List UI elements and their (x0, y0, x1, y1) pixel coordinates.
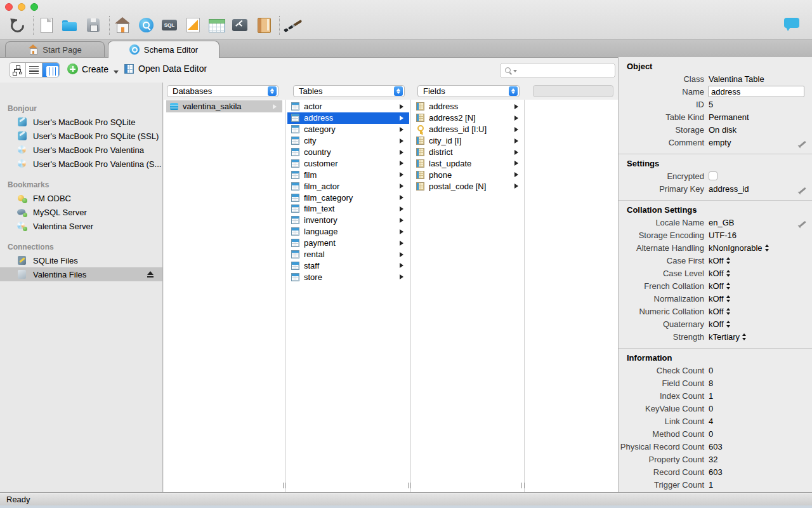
undo-icon[interactable] (9, 17, 25, 34)
stepper-icon[interactable] (726, 321, 731, 328)
stepper-icon[interactable] (726, 295, 731, 302)
sidebar-item[interactable]: User's MacBook Pro Valentina (S... (0, 157, 162, 171)
brush-icon[interactable] (284, 17, 301, 34)
save-icon[interactable] (85, 17, 102, 34)
column-divider[interactable] (524, 100, 525, 492)
new-document-icon[interactable] (38, 17, 55, 34)
search-field[interactable] (500, 63, 615, 78)
field-row[interactable]: postal_code [N] (412, 180, 524, 192)
column-resize-grip[interactable] (408, 483, 411, 488)
sql-icon[interactable] (161, 17, 178, 34)
table-row[interactable]: country (287, 147, 409, 158)
property-label: Comment (619, 138, 704, 147)
property-row: Check Count0 (619, 364, 812, 377)
sidebar-item[interactable]: SQLite Files (0, 253, 162, 267)
zoom-button[interactable] (30, 3, 38, 11)
home-icon[interactable] (114, 17, 131, 34)
view-mode-list-button[interactable] (26, 63, 43, 77)
stepper-icon[interactable] (726, 257, 731, 264)
column-divider[interactable] (285, 100, 286, 492)
tables-dropdown[interactable]: Tables (293, 85, 405, 97)
separator-icon[interactable] (109, 16, 110, 35)
column-resize-grip[interactable] (521, 483, 525, 488)
field-row[interactable]: city_id [I] (412, 135, 524, 147)
column-divider[interactable] (410, 100, 411, 492)
property-value: 603 (709, 467, 723, 477)
stepper-icon[interactable] (726, 308, 731, 315)
table-row[interactable]: film (287, 169, 409, 180)
field-row[interactable]: address2 [N] (412, 112, 524, 124)
editor-toolbar: Create Open Data Editor (0, 57, 618, 83)
sidebar-item-label: Valentina Server (33, 222, 93, 231)
table-row[interactable]: actor (287, 101, 409, 112)
view-mode-tree-button[interactable] (10, 63, 26, 77)
stepper-icon[interactable] (726, 283, 731, 290)
sidebar-item[interactable]: User's MacBook Pro SQLite (SSL) (0, 129, 162, 143)
minimize-button[interactable] (18, 3, 25, 11)
stepper-icon[interactable] (765, 244, 769, 251)
sidebar-item[interactable]: User's MacBook Pro Valentina (0, 143, 162, 157)
table-row[interactable]: staff (287, 260, 409, 271)
encrypted-checkbox[interactable] (709, 171, 717, 180)
open-data-editor-button[interactable]: Open Data Editor (124, 64, 207, 74)
table-row[interactable]: inventory (287, 215, 409, 226)
edit-pencil-icon[interactable] (798, 219, 807, 228)
field-row[interactable]: district (412, 147, 524, 158)
table-row[interactable]: film_actor (287, 180, 409, 192)
diagram-icon[interactable] (185, 17, 201, 34)
monitor-icon[interactable] (232, 17, 248, 34)
table-name: staff (304, 261, 319, 271)
stepper-icon (509, 86, 518, 96)
chevron-right-icon (400, 172, 403, 177)
edit-pencil-icon[interactable] (798, 185, 807, 194)
table-row[interactable]: payment (287, 237, 409, 249)
table-row[interactable]: address (287, 112, 409, 124)
tab-schema-editor[interactable]: Schema Editor (108, 41, 219, 58)
property-value: 1 (709, 391, 713, 401)
schema-editor-icon[interactable] (138, 17, 154, 34)
separator-icon[interactable] (33, 16, 34, 35)
table-row[interactable]: customer (287, 157, 409, 169)
table-row[interactable]: language (287, 226, 409, 237)
column-resize-grip[interactable] (283, 483, 286, 488)
table-row[interactable]: city (287, 135, 409, 147)
stepper-icon[interactable] (726, 270, 731, 277)
stepper-icon[interactable] (742, 333, 747, 340)
eject-icon[interactable] (147, 271, 154, 277)
feedback-chat-icon[interactable] (784, 18, 799, 28)
fields-dropdown[interactable]: Fields (417, 85, 520, 97)
sidebar-item[interactable]: FM ODBC (0, 191, 162, 205)
field-row[interactable]: last_update (412, 157, 524, 169)
field-name: city_id [I] (429, 136, 461, 145)
sidebar-item[interactable]: Valentina Files (0, 267, 162, 281)
edit-pencil-icon[interactable] (798, 139, 807, 148)
open-folder-icon[interactable] (62, 17, 78, 34)
sidebar-item[interactable]: User's MacBook Pro SQLite (0, 115, 162, 129)
databases-dropdown[interactable]: Databases (167, 85, 278, 97)
table-row[interactable]: category (287, 124, 409, 135)
create-button[interactable]: Create (67, 64, 119, 74)
create-dropdown-arrow[interactable] (114, 70, 119, 74)
table-row[interactable]: film_text (287, 203, 409, 215)
tab-start-page[interactable]: Start Page (5, 41, 105, 57)
table-row[interactable]: store (287, 271, 409, 283)
field-row[interactable]: address (412, 101, 524, 112)
field-row[interactable]: phone (412, 169, 524, 180)
sidebar-item[interactable]: MySQL Server (0, 205, 162, 219)
view-mode-columns-button[interactable] (43, 63, 59, 77)
report-icon[interactable] (255, 17, 272, 34)
name-input[interactable] (708, 86, 804, 97)
search-options-arrow[interactable] (513, 70, 517, 72)
table-icon (291, 250, 299, 258)
separator-icon[interactable] (279, 16, 280, 35)
database-row[interactable]: valentina_sakila (166, 100, 282, 112)
table-row[interactable]: rental (287, 249, 409, 260)
field-icon (416, 125, 424, 133)
table-grid-icon[interactable] (208, 17, 225, 34)
sidebar-item[interactable]: Valentina Server (0, 219, 162, 233)
close-button[interactable] (5, 3, 13, 11)
table-row[interactable]: film_category (287, 192, 409, 203)
field-row[interactable]: address_id [I:U] (412, 124, 524, 135)
table-icon (291, 227, 299, 236)
table-icon (291, 182, 299, 190)
